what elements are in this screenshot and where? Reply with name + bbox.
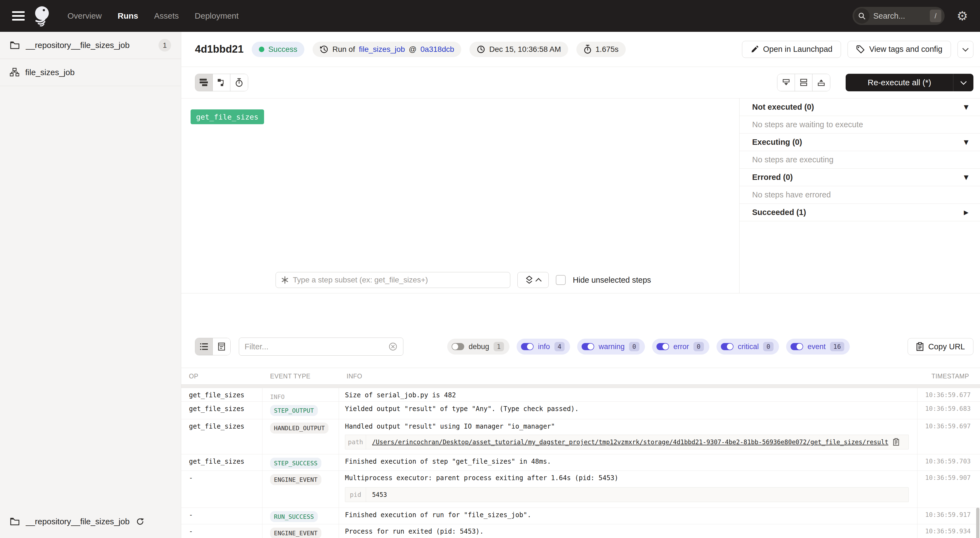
refresh-icon[interactable] <box>136 517 145 526</box>
section-succeeded[interactable]: Succeeded (1) ▶ <box>740 204 980 221</box>
chip-label: error <box>673 342 689 351</box>
log-row-event-type: ENGINE_EVENT <box>262 524 339 538</box>
gantt-toolbar: Re-execute all (*) <box>181 67 980 99</box>
vertical-scrollbar[interactable] <box>976 508 980 538</box>
section-body: No steps have errored <box>740 186 980 204</box>
status-badge: Success <box>252 42 304 57</box>
event-type-badge: ENGINE_EVENT <box>270 474 321 485</box>
chip-critical[interactable]: critical 0 <box>716 339 779 355</box>
collapse-panel-button[interactable] <box>777 74 795 91</box>
col-header-op: OP <box>181 368 262 385</box>
log-row-op[interactable]: - <box>181 471 262 508</box>
log-row-op[interactable]: get_file_sizes <box>181 388 262 402</box>
log-toolbar: debug 1 info 4 warning 0 error 0 <box>181 325 980 368</box>
log-row-info: Size of serial_job.py is 482 <box>339 388 918 402</box>
gear-icon[interactable]: ⚙ <box>957 10 968 22</box>
nav-link-deployment[interactable]: Deployment <box>195 11 239 21</box>
copy-path-icon[interactable] <box>893 438 899 446</box>
section-not-executed[interactable]: Not executed (0) ▼ <box>740 99 980 116</box>
log-row-info: Yielded output "result" of type "Any". (… <box>339 402 918 419</box>
run-actions-dropdown-button[interactable] <box>958 41 974 58</box>
gantt-step-chip[interactable]: get_file_sizes <box>191 110 264 124</box>
open-in-launchpad-label: Open in Launchpad <box>763 45 832 54</box>
log-list-view-button[interactable] <box>195 338 213 355</box>
reexecute-all-button[interactable]: Re-execute all (*) <box>846 74 974 91</box>
reexecute-dropdown-button[interactable] <box>953 74 974 91</box>
hide-unselected-checkbox[interactable] <box>556 275 566 285</box>
view-tags-config-button[interactable]: View tags and config <box>848 41 951 58</box>
job-link[interactable]: file_sizes_job <box>359 45 405 54</box>
log-filter-input[interactable] <box>245 342 388 351</box>
section-body: No steps are executing <box>740 151 980 169</box>
run-of-prefix: Run of <box>332 45 355 54</box>
timing-view-button[interactable] <box>230 74 248 91</box>
copy-url-label: Copy URL <box>928 342 965 351</box>
expand-panel-button[interactable] <box>813 74 830 91</box>
hamburger-menu-icon[interactable] <box>12 11 25 21</box>
duration-pill: 1.675s <box>576 42 626 57</box>
run-id: 4d1bbd21 <box>195 43 243 55</box>
section-title: Not executed (0) <box>752 103 814 111</box>
log-row-op[interactable]: get_file_sizes <box>181 419 262 454</box>
log-row-info: Handled output "result" using IO manager… <box>339 419 918 454</box>
log-row-op[interactable]: - <box>181 524 262 538</box>
open-in-launchpad-button[interactable]: Open in Launchpad <box>742 41 841 58</box>
section-body: No steps are waiting to execute <box>740 116 980 134</box>
log-row-op[interactable]: - <box>181 508 262 524</box>
log-row-timestamp[interactable]: 10:36:59.907 <box>918 471 980 508</box>
nav-link-overview[interactable]: Overview <box>67 11 102 21</box>
log-row-event-type: INFO <box>262 388 339 402</box>
search-input[interactable] <box>873 11 923 21</box>
step-selector-icon <box>281 276 289 284</box>
sidebar-job-label: file_sizes_job <box>25 68 75 77</box>
log-row-timestamp[interactable]: 10:36:59.677 <box>918 388 980 402</box>
step-subset-input-wrap <box>275 272 510 288</box>
section-executing[interactable]: Executing (0) ▼ <box>740 134 980 151</box>
top-nav: Overview Runs Assets Deployment / ⚙ <box>0 0 980 32</box>
split-panel-button[interactable] <box>795 74 813 91</box>
clipboard-icon <box>916 342 924 351</box>
copy-url-button[interactable]: Copy URL <box>908 338 974 355</box>
panel-collapse-down-icon <box>782 78 791 87</box>
chevron-down-icon <box>960 79 967 85</box>
flat-view-button[interactable] <box>213 74 230 91</box>
chip-debug[interactable]: debug 1 <box>447 339 509 355</box>
zoom-fit-button[interactable] <box>517 272 549 288</box>
dagster-logo-icon[interactable] <box>33 5 52 27</box>
view-mode-segmented <box>195 74 248 91</box>
reexecute-all-label: Re-execute all (*) <box>846 74 953 91</box>
at-symbol: @ <box>409 45 417 54</box>
chevron-down-icon <box>963 45 969 51</box>
log-row-timestamp[interactable]: 10:36:59.917 <box>918 508 980 524</box>
log-row-timestamp[interactable]: 10:36:59.703 <box>918 454 980 471</box>
nav-link-runs[interactable]: Runs <box>118 11 138 21</box>
nav-link-assets[interactable]: Assets <box>154 11 179 21</box>
log-row-timestamp[interactable]: 10:36:59.697 <box>918 419 980 454</box>
run-of-pill: Run of file_sizes_job @ 0a318dcb <box>313 42 461 57</box>
storage-path-link[interactable]: /Users/erincochran/Desktop/asset_tutoria… <box>372 438 888 446</box>
log-row-timestamp[interactable]: 10:36:59.683 <box>918 402 980 419</box>
log-table: OP EVENT TYPE INFO TIMESTAMP get_file_si… <box>181 368 980 538</box>
gantt-view-button[interactable] <box>195 74 213 91</box>
sidebar-item-job[interactable]: file_sizes_job <box>0 59 181 86</box>
chip-event[interactable]: event 16 <box>786 339 850 355</box>
info-text: Multiprocess executor: parent process ex… <box>345 474 618 482</box>
log-raw-view-button[interactable] <box>213 338 230 355</box>
section-errored[interactable]: Errored (0) ▼ <box>740 169 980 186</box>
chip-warning[interactable]: warning 0 <box>577 339 645 355</box>
log-row-op[interactable]: get_file_sizes <box>181 402 262 419</box>
step-subset-input[interactable] <box>293 275 505 284</box>
clear-filter-icon[interactable] <box>388 342 398 351</box>
info-text: Finished execution of step "get_file_siz… <box>345 458 551 465</box>
scroll-shadow-band <box>181 385 980 388</box>
log-row-op[interactable]: get_file_sizes <box>181 454 262 471</box>
chip-error[interactable]: error 0 <box>652 339 710 355</box>
info-text: Handled output "result" using IO manager… <box>345 423 555 430</box>
sidebar-bottom-repository[interactable]: __repository__file_sizes_job <box>0 512 181 532</box>
log-row-timestamp[interactable]: 10:36:59.934 <box>918 524 980 538</box>
section-title: Executing (0) <box>752 138 802 147</box>
search-box[interactable]: / <box>853 7 945 25</box>
chip-info[interactable]: info 4 <box>517 339 570 355</box>
commit-link[interactable]: 0a318dcb <box>420 45 454 54</box>
sidebar-item-repository[interactable]: __repository__file_sizes_job 1 <box>0 32 181 59</box>
